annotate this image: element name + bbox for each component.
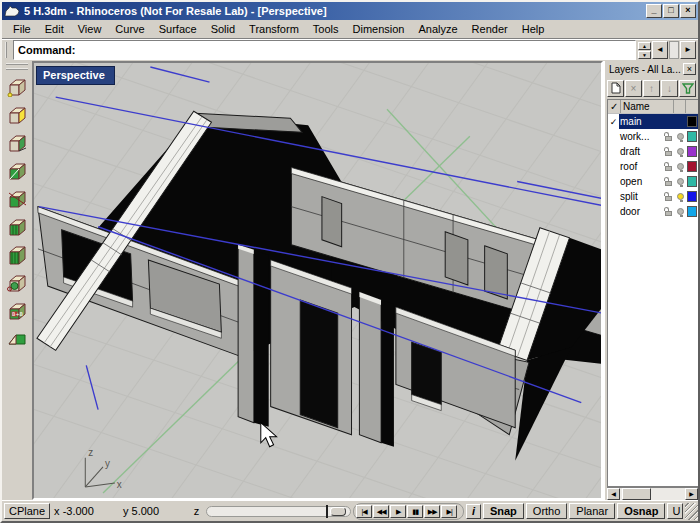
layer-color-swatch[interactable] (687, 161, 697, 172)
delete-layer-icon[interactable]: × (625, 80, 642, 97)
title-bar[interactable]: 5 H.3dm - Rhinoceros (Not For Resale Lab… (2, 2, 698, 20)
ortho-pane[interactable]: Ortho (526, 503, 568, 519)
bulb-column-header[interactable] (686, 100, 698, 113)
layer-bulb-icon[interactable] (674, 178, 687, 185)
move-layer-down-icon[interactable]: ↓ (661, 80, 678, 97)
osnap-pane[interactable]: Osnap (617, 503, 665, 519)
skip-start-icon[interactable]: |◀ (356, 505, 372, 518)
sphere-in-box-icon[interactable] (4, 270, 30, 296)
pause-icon[interactable]: ▮▮ (407, 505, 423, 518)
layer-row-work[interactable]: work... (608, 129, 698, 144)
layer-filter-icon[interactable] (679, 80, 696, 97)
minimize-button[interactable]: _ (646, 4, 662, 18)
surface-plane-icon[interactable] (4, 326, 30, 352)
command-scroll-right-icon[interactable]: ► (680, 41, 696, 59)
layer-row-roof[interactable]: roof (608, 159, 698, 174)
toolbar-gripper[interactable] (6, 63, 28, 70)
boolean-split-icon[interactable] (4, 242, 30, 268)
skip-end-icon[interactable]: ▶| (441, 505, 457, 518)
layer-name: main (619, 116, 687, 127)
layer-bulb-on-icon[interactable] (674, 193, 687, 200)
layer-color-swatch[interactable] (687, 206, 697, 217)
cplane-button[interactable]: CPlane (4, 503, 50, 519)
layer-color-swatch[interactable] (687, 146, 697, 157)
layer-row-door[interactable]: door (608, 204, 698, 219)
layer-bulb-icon[interactable] (674, 148, 687, 155)
boolean-intersection-icon[interactable] (4, 214, 30, 240)
menu-view[interactable]: View (71, 21, 109, 37)
slider-thumb[interactable] (330, 507, 346, 516)
panel-horizontal-scrollbar[interactable]: ◀ ▶ (607, 487, 698, 500)
menu-curve[interactable]: Curve (108, 21, 151, 37)
command-scroll-track[interactable] (669, 41, 679, 59)
menu-help[interactable]: Help (515, 21, 552, 37)
check-column-header[interactable]: ✓ (608, 100, 621, 113)
scroll-track[interactable] (620, 488, 685, 500)
command-spin-down-icon[interactable]: ▼ (638, 51, 651, 59)
move-layer-up-icon[interactable]: ↑ (643, 80, 660, 97)
maximize-button[interactable]: □ (663, 4, 679, 18)
menu-render[interactable]: Render (465, 21, 515, 37)
play-icon[interactable]: ▶ (390, 505, 406, 518)
layer-row-main[interactable]: ✓ main (608, 114, 698, 129)
menu-surface[interactable]: Surface (152, 21, 204, 37)
boolean-difference-icon[interactable] (4, 186, 30, 212)
layer-name: door (619, 206, 661, 217)
panel-close-icon[interactable]: × (683, 63, 696, 75)
command-scroll-left-icon[interactable]: ◄ (652, 41, 668, 59)
menu-tools[interactable]: Tools (306, 21, 346, 37)
snap-pane[interactable]: Snap (483, 503, 524, 519)
resize-grip[interactable] (685, 503, 698, 520)
layer-row-draft[interactable]: draft (608, 144, 698, 159)
perspective-viewport[interactable]: z y x Perspective (32, 61, 603, 500)
layer-color-swatch[interactable] (687, 191, 697, 202)
planar-pane[interactable]: Planar (569, 503, 615, 519)
scroll-left-icon[interactable]: ◀ (607, 488, 620, 500)
box-vertical-icon[interactable] (4, 102, 30, 128)
fast-forward-icon[interactable]: ▶▶ (424, 505, 440, 518)
menu-bar: File Edit View Curve Surface Solid Trans… (2, 20, 698, 39)
layer-color-swatch[interactable] (687, 131, 697, 142)
menu-edit[interactable]: Edit (38, 21, 71, 37)
scroll-thumb[interactable] (622, 488, 651, 500)
layer-lock-icon[interactable] (661, 207, 674, 216)
menu-transform[interactable]: Transform (242, 21, 306, 37)
layer-name: split (619, 191, 661, 202)
command-bar-gripper[interactable] (5, 42, 10, 58)
lock-column-header[interactable] (674, 100, 686, 113)
layer-lock-icon[interactable] (661, 177, 674, 186)
layer-list-header[interactable]: ✓ Name (608, 100, 698, 114)
layer-color-swatch[interactable] (687, 116, 697, 127)
layer-lock-icon[interactable] (661, 162, 674, 171)
layer-row-split[interactable]: split (608, 189, 698, 204)
layer-lock-icon[interactable] (661, 192, 674, 201)
info-button[interactable]: i (466, 504, 481, 519)
layer-color-swatch[interactable] (687, 176, 697, 187)
menu-dimension[interactable]: Dimension (346, 21, 412, 37)
new-layer-icon[interactable] (607, 80, 624, 97)
name-column-header[interactable]: Name (621, 100, 674, 113)
animation-slider[interactable] (206, 506, 351, 517)
viewport-title[interactable]: Perspective (36, 66, 115, 85)
scroll-right-icon[interactable]: ▶ (685, 488, 698, 500)
menu-solid[interactable]: Solid (204, 21, 242, 37)
box-icon[interactable] (4, 74, 30, 100)
command-spin-up-icon[interactable]: ▲ (638, 42, 651, 50)
layer-row-open[interactable]: open (608, 174, 698, 189)
box-corner-icon[interactable] (4, 130, 30, 156)
menu-analyze[interactable]: Analyze (411, 21, 464, 37)
command-input[interactable]: Command: (13, 40, 636, 60)
menu-file[interactable]: File (6, 21, 38, 37)
boolean-two-objects-icon[interactable]: B+B (4, 298, 30, 324)
layer-name: draft (619, 146, 661, 157)
close-button[interactable]: × (680, 4, 696, 18)
boolean-union-icon[interactable] (4, 158, 30, 184)
layer-bulb-icon[interactable] (674, 208, 687, 215)
layer-lock-icon[interactable] (661, 132, 674, 141)
layer-bulb-icon[interactable] (674, 163, 687, 170)
layer-lock-icon[interactable] (661, 147, 674, 156)
layer-list-empty-area (608, 219, 698, 486)
rewind-icon[interactable]: ◀◀ (373, 505, 389, 518)
layer-bulb-icon[interactable] (674, 133, 687, 140)
units-pane[interactable]: U (667, 503, 683, 519)
